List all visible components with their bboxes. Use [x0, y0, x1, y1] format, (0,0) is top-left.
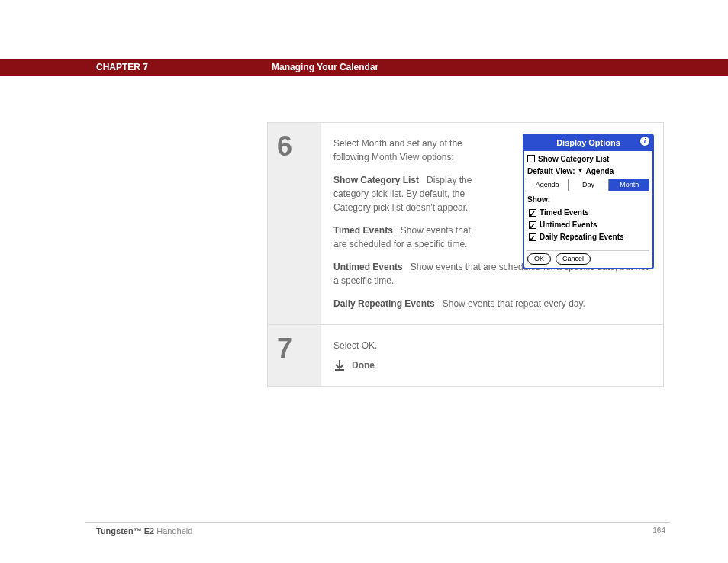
opt-label: Untimed Events	[540, 219, 598, 230]
step-7-row: 7 Select OK. Done	[268, 324, 663, 386]
opt-untimed[interactable]: Untimed Events	[529, 219, 649, 230]
header-bar: CHAPTER 7 Managing Your Calendar	[0, 59, 728, 76]
default-view-label: Default View:	[527, 166, 575, 177]
checkbox-icon[interactable]	[529, 209, 536, 217]
option-show-category: Show Category List Display the category …	[333, 173, 486, 214]
dropdown-icon[interactable]: ▼	[578, 166, 584, 175]
footer-product-bold: Tungsten™ E2	[96, 526, 154, 536]
tab-day[interactable]: Day	[569, 179, 610, 191]
info-icon[interactable]: i	[640, 137, 649, 146]
steps-panel: 6 Select Month and set any of the follow…	[267, 122, 664, 387]
show-category-row[interactable]: Show Category List	[527, 153, 649, 165]
default-view-value: Agenda	[586, 166, 614, 177]
step-number-cell: 7	[268, 325, 321, 386]
checkbox-icon[interactable]	[529, 221, 536, 229]
step-number-cell: 6	[268, 123, 321, 324]
chapter-title: Managing Your Calendar	[272, 62, 378, 72]
dialog-body: Show Category List Default View: ▼ Agend…	[524, 151, 652, 269]
step-7-intro: Select OK.	[333, 339, 652, 352]
option-label: Timed Events	[333, 225, 393, 236]
chapter-label: CHAPTER 7	[96, 62, 148, 72]
step-7-body: Select OK. Done	[321, 325, 663, 386]
step-6-intro: Select Month and set any of the followin…	[333, 137, 486, 164]
tab-month[interactable]: Month	[609, 179, 649, 191]
display-options-dialog: Display Options i Show Category List Def…	[523, 134, 654, 269]
opt-label: Daily Repeating Events	[540, 231, 624, 243]
option-timed: Timed Events Show events that are schedu…	[333, 224, 486, 251]
default-view-row[interactable]: Default View: ▼ Agenda	[527, 166, 649, 177]
done-icon	[333, 359, 346, 372]
done-label: Done	[352, 359, 375, 372]
step-6-body: Select Month and set any of the followin…	[321, 123, 663, 324]
page: CHAPTER 7 Managing Your Calendar 6 Selec…	[0, 0, 728, 563]
show-category-label: Show Category List	[538, 153, 609, 165]
opt-label: Timed Events	[540, 207, 589, 218]
done-row: Done	[333, 359, 652, 372]
step-number: 7	[277, 333, 321, 365]
option-daily: Daily Repeating Events Show events that …	[333, 297, 652, 310]
checkbox-icon[interactable]	[529, 233, 536, 241]
checkbox-icon[interactable]	[527, 155, 535, 162]
footer-rule	[85, 522, 670, 523]
option-label: Show Category List	[333, 175, 419, 185]
show-options: Timed Events Untimed Events Daily Repeat…	[529, 207, 649, 243]
footer-product: Tungsten™ E2 Handheld	[96, 526, 192, 536]
tab-agenda[interactable]: Agenda	[527, 179, 569, 191]
show-label: Show:	[527, 194, 649, 205]
view-tabs: Agenda Day Month	[527, 179, 649, 192]
step-number: 6	[277, 130, 321, 162]
cancel-button[interactable]: Cancel	[556, 253, 591, 265]
option-label: Daily Repeating Events	[333, 298, 435, 309]
option-label: Untimed Events	[333, 262, 403, 272]
page-number: 164	[652, 526, 665, 535]
dialog-buttons: OK Cancel	[527, 250, 649, 265]
dialog-title-bar: Display Options i	[524, 135, 652, 151]
dialog-title: Display Options	[556, 138, 620, 147]
opt-daily[interactable]: Daily Repeating Events	[529, 231, 649, 243]
step-6-row: 6 Select Month and set any of the follow…	[268, 123, 663, 324]
opt-timed[interactable]: Timed Events	[529, 207, 649, 218]
footer-product-rest: Handheld	[154, 526, 192, 536]
ok-button[interactable]: OK	[527, 253, 551, 265]
option-text: Show events that repeat every day.	[443, 298, 585, 309]
